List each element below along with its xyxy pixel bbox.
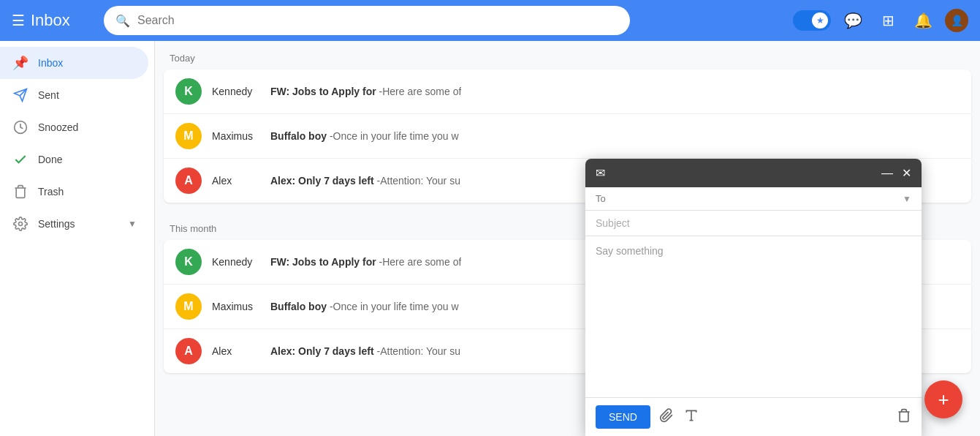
app-header: ☰ Inbox 🔍 ★ 💬 ⊞ 🔔 👤 <box>0 0 980 41</box>
compose-format-button[interactable] <box>684 408 699 426</box>
sidebar-label-snoozed: Snoozed <box>38 121 78 133</box>
email-content: Buffalo boy -Once in your life time you … <box>270 130 459 142</box>
compose-expand-icon[interactable]: ▼ <box>903 194 911 204</box>
compose-modal: ✉ — ✕ To ▼ Say something SEND <box>585 159 922 436</box>
email-preview: -Once in your life time you w <box>330 130 459 142</box>
compose-footer: SEND <box>585 397 922 436</box>
avatar-circle: K <box>175 249 202 275</box>
send-button[interactable]: SEND <box>596 405 650 429</box>
email-subject: FW: Jobs to Apply for <box>270 86 379 97</box>
sidebar: 📌 Inbox Sent Snoozed <box>0 41 155 436</box>
chat-button[interactable]: 💬 <box>840 7 866 34</box>
compose-subject-row <box>585 211 922 236</box>
email-sender: Alex <box>212 175 270 187</box>
avatar-circle: A <box>175 338 202 364</box>
sidebar-label-inbox: Inbox <box>38 57 63 69</box>
menu-icon[interactable]: ☰ <box>12 12 25 29</box>
sidebar-item-snoozed[interactable]: Snoozed <box>0 111 148 143</box>
snoozed-icon <box>12 119 29 136</box>
sidebar-item-sent[interactable]: Sent <box>0 79 148 111</box>
sent-icon <box>12 86 29 104</box>
sidebar-label-sent: Sent <box>38 89 59 101</box>
email-preview: -Attention: Your su <box>377 345 460 357</box>
email-content: Buffalo boy -Once in your life time you … <box>270 301 459 312</box>
email-content: Alex: Only 7 days left -Attention: Your … <box>270 175 460 187</box>
compose-footer-icons <box>659 408 699 426</box>
email-subject: Buffalo boy <box>270 301 330 312</box>
email-subject: Alex: Only 7 days left <box>270 345 377 357</box>
app-title: Inbox <box>31 11 89 30</box>
compose-attachment-button[interactable] <box>659 408 674 426</box>
email-sender: Maximus <box>212 301 270 312</box>
compose-to-label: To <box>596 193 903 204</box>
sidebar-label-done: Done <box>38 154 62 165</box>
sidebar-label-settings: Settings <box>38 218 75 230</box>
email-content: FW: Jobs to Apply for -Here are some of <box>270 256 461 268</box>
email-sender: Alex <box>212 345 270 357</box>
inbox-icon: 📌 <box>12 54 29 72</box>
sidebar-item-inbox[interactable]: 📌 Inbox <box>0 47 148 79</box>
avatar-circle: K <box>175 78 202 105</box>
email-content: FW: Jobs to Apply for -Here are some of <box>270 86 461 97</box>
compose-body[interactable]: Say something <box>585 236 922 397</box>
compose-header[interactable]: ✉ — ✕ <box>585 159 922 187</box>
compose-fab-button[interactable]: + <box>924 380 962 418</box>
compose-delete-button[interactable] <box>897 408 911 426</box>
email-subject: FW: Jobs to Apply for <box>270 256 379 268</box>
toggle-knob: ★ <box>812 12 828 29</box>
settings-chevron-icon: ▼ <box>128 219 137 229</box>
email-row[interactable]: K Kennedy FW: Jobs to Apply for -Here ar… <box>164 69 971 114</box>
email-content: Alex: Only 7 days left -Attention: Your … <box>270 345 460 357</box>
toggle-button[interactable]: ★ <box>793 10 831 31</box>
search-bar: 🔍 <box>104 6 630 35</box>
compose-minimize-button[interactable]: — <box>881 166 893 180</box>
email-subject: Alex: Only 7 days left <box>270 175 377 187</box>
sidebar-item-settings[interactable]: Settings ▼ <box>0 208 148 240</box>
email-sender: Kennedy <box>212 256 270 268</box>
email-row[interactable]: M Maximus Buffalo boy -Once in your life… <box>164 114 971 159</box>
section-header-today: Today <box>155 41 980 69</box>
compose-subject-input[interactable] <box>596 217 911 229</box>
search-icon: 🔍 <box>115 14 130 28</box>
sidebar-item-done[interactable]: Done <box>0 143 148 176</box>
sidebar-item-trash[interactable]: Trash <box>0 176 148 208</box>
email-preview: -Once in your life time you w <box>330 301 459 312</box>
avatar-text: 👤 <box>951 15 963 26</box>
compose-to-row: To ▼ <box>585 187 922 211</box>
email-preview: -Here are some of <box>379 256 462 268</box>
grid-button[interactable]: ⊞ <box>875 7 901 34</box>
compose-mail-icon: ✉ <box>596 166 605 180</box>
compose-body-placeholder: Say something <box>596 245 664 257</box>
email-subject: Buffalo boy <box>270 130 330 142</box>
avatar-circle: M <box>175 293 202 320</box>
header-right: ★ 💬 ⊞ 🔔 👤 <box>793 7 968 34</box>
done-icon <box>12 151 29 168</box>
toggle-star-icon: ★ <box>816 15 824 26</box>
notifications-button[interactable]: 🔔 <box>910 7 936 34</box>
user-avatar[interactable]: 👤 <box>945 9 968 32</box>
svg-point-3 <box>19 222 23 226</box>
avatar-circle: M <box>175 123 202 149</box>
trash-icon <box>12 183 29 200</box>
avatar-circle: A <box>175 168 202 194</box>
email-preview: -Here are some of <box>379 86 462 97</box>
email-preview: -Attention: Your su <box>377 175 460 187</box>
email-sender: Maximus <box>212 130 270 142</box>
search-input[interactable] <box>137 14 618 27</box>
email-sender: Kennedy <box>212 86 270 97</box>
sidebar-label-trash: Trash <box>38 186 64 198</box>
compose-header-actions: — ✕ <box>881 166 911 180</box>
settings-icon <box>12 215 29 233</box>
compose-close-button[interactable]: ✕ <box>902 166 911 180</box>
